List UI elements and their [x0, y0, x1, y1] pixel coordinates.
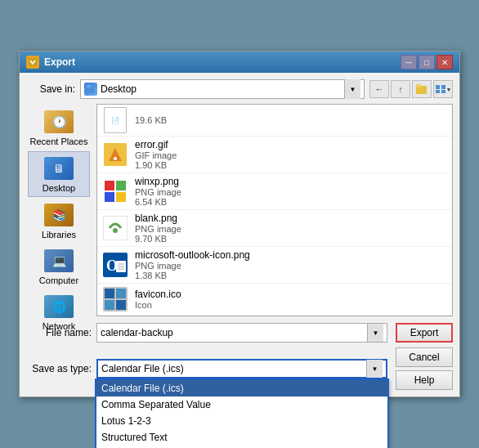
dropdown-item[interactable]: Lotus 1-2-3	[96, 413, 387, 429]
desktop-icon: 🖥	[43, 155, 75, 181]
minimize-button[interactable]: ─	[401, 55, 417, 69]
svg-rect-6	[441, 85, 445, 89]
side-buttons: Cancel Help	[396, 347, 453, 390]
save-type-arrow[interactable]: ▼	[366, 360, 383, 378]
libraries-icon: 📚	[43, 202, 75, 228]
sidebar-item-desktop[interactable]: 🖥 Desktop	[28, 151, 90, 197]
back-button[interactable]: ←	[369, 80, 389, 98]
computer-icon: 💻	[43, 248, 75, 274]
list-item[interactable]: O microsoft-outlook-icon.png PNG image 1…	[97, 247, 452, 284]
svg-rect-8	[441, 90, 445, 93]
save-type-dropdown: Calendar File (.ics) Comma Separated Val…	[95, 379, 389, 448]
close-button[interactable]: ✕	[436, 55, 453, 69]
dropdown-item[interactable]: Structured Text	[96, 429, 387, 446]
file-name: winxp.png	[135, 176, 447, 187]
sidebar-label-computer: Computer	[39, 276, 78, 285]
sidebar-label-recent: Recent Places	[30, 137, 88, 146]
file-name-arrow[interactable]: ▼	[367, 324, 383, 342]
file-info: favicon.ico Icon	[135, 289, 447, 310]
file-name: microsoft-outlook-icon.png	[135, 249, 447, 261]
file-type: PNG image	[135, 187, 447, 197]
file-type: Icon	[135, 300, 447, 310]
title-bar-left: Export	[26, 56, 75, 69]
sidebar-item-recent-places[interactable]: 🕐 Recent Places	[28, 105, 90, 150]
file-name-label: File name:	[26, 327, 92, 338]
export-button[interactable]: Export	[396, 323, 453, 343]
file-png-xp-icon	[102, 178, 128, 204]
save-type-combo[interactable]: Calendar File (.ics) ▼	[96, 359, 387, 379]
bottom-rows: File name: calendar-backup ▼ Export Save…	[26, 323, 453, 390]
dropdown-item[interactable]: Calendar File (.ics)	[96, 380, 387, 396]
svg-rect-7	[436, 90, 440, 93]
maximize-button[interactable]: □	[419, 55, 435, 69]
new-folder-button[interactable]	[412, 80, 432, 98]
svg-rect-4	[416, 84, 421, 87]
views-button[interactable]: ▼	[433, 80, 453, 98]
svg-rect-28	[105, 300, 114, 310]
svg-rect-14	[116, 181, 126, 190]
file-name: favicon.ico	[135, 289, 447, 300]
file-list: 📄 19.6 KB	[96, 104, 453, 316]
file-size: 19.6 KB	[135, 115, 447, 125]
svg-point-11	[114, 157, 117, 160]
list-item[interactable]: favicon.ico Icon	[97, 284, 452, 316]
save-in-row: Save in: Desktop ▼ ← ↑	[26, 79, 453, 99]
file-info: microsoft-outlook-icon.png PNG image 1.3…	[135, 249, 447, 280]
file-info: 19.6 KB	[135, 115, 447, 125]
list-item[interactable]: error.gif GIF image 1.90 KB	[97, 137, 452, 173]
svg-text:O: O	[106, 258, 118, 274]
sidebar-label-desktop: Desktop	[43, 183, 75, 193]
list-item[interactable]: winxp.png PNG image 6.54 KB	[97, 173, 452, 210]
sidebar-item-computer[interactable]: 💻 Computer	[28, 244, 90, 289]
svg-rect-29	[116, 300, 126, 310]
file-info: error.gif GIF image 1.90 KB	[135, 139, 447, 170]
dialog-body: Save in: Desktop ▼ ← ↑	[20, 73, 459, 396]
svg-rect-26	[105, 289, 114, 298]
save-as-type-label: Save as type:	[26, 363, 92, 374]
dropdown-item[interactable]: Comma Separated Value	[96, 396, 387, 413]
save-in-value: Desktop	[101, 83, 341, 95]
svg-rect-2	[87, 85, 91, 87]
file-name-row: File name: calendar-backup ▼ Export	[26, 323, 453, 343]
file-size: 1.90 KB	[135, 160, 447, 170]
export-dialog: Export ─ □ ✕ Save in: Desktop ▼	[19, 51, 460, 397]
file-size: 9.70 KB	[135, 234, 447, 244]
up-button[interactable]: ↑	[391, 80, 410, 98]
save-in-arrow[interactable]: ▼	[344, 79, 360, 99]
dialog-icon	[26, 56, 39, 69]
file-type: GIF image	[135, 150, 447, 160]
dialog-title: Export	[44, 56, 75, 68]
svg-rect-27	[116, 289, 126, 298]
save-in-combo[interactable]: Desktop ▼	[80, 79, 365, 99]
file-favicon-icon	[102, 286, 128, 312]
recent-places-icon: 🕐	[43, 109, 75, 135]
list-item[interactable]: blank.png PNG image 9.70 KB	[97, 210, 452, 247]
toolbar-buttons: ← ↑ ▼	[369, 80, 453, 98]
file-name-value: calendar-backup	[101, 327, 367, 338]
file-name: blank.png	[135, 213, 447, 224]
file-gif-icon	[102, 141, 128, 168]
file-size: 1.38 KB	[135, 271, 447, 280]
file-outlook-icon: O	[102, 252, 128, 278]
svg-rect-16	[116, 192, 126, 202]
save-in-combo-icon	[84, 83, 97, 96]
file-name: error.gif	[135, 139, 447, 150]
list-item[interactable]: 📄 19.6 KB	[97, 105, 452, 137]
file-type: PNG image	[135, 224, 447, 234]
sidebar-item-libraries[interactable]: 📚 Libraries	[28, 199, 90, 243]
file-type: PNG image	[135, 261, 447, 271]
svg-rect-13	[105, 181, 114, 190]
save-as-type-row: Save as type: Calendar File (.ics) ▼ Cal…	[26, 347, 453, 390]
save-in-label: Save in:	[26, 83, 75, 95]
buttons-col: Export	[396, 323, 453, 343]
help-button[interactable]: Help	[396, 370, 453, 390]
svg-rect-15	[105, 192, 114, 202]
file-info: blank.png PNG image 9.70 KB	[135, 213, 447, 244]
file-doc-icon: 📄	[102, 107, 128, 133]
file-name-input[interactable]: calendar-backup ▼	[96, 323, 387, 343]
file-png-blank-icon	[102, 215, 128, 241]
save-type-value: Calendar File (.ics)	[101, 363, 366, 374]
svg-rect-0	[29, 58, 37, 66]
svg-rect-1	[87, 87, 95, 93]
cancel-button[interactable]: Cancel	[396, 347, 453, 367]
